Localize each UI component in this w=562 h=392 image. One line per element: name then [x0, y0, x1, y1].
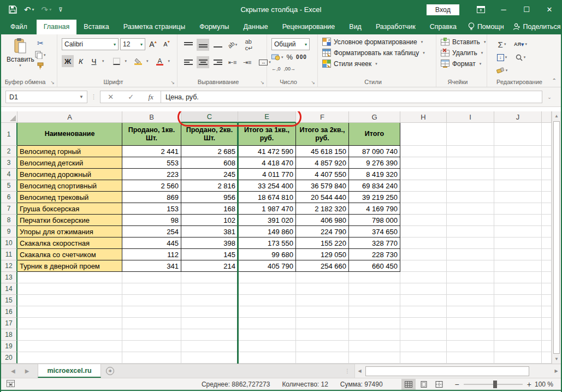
format-button[interactable]: Формат▾ [441, 60, 486, 68]
empty-cell[interactable] [542, 318, 552, 329]
empty-cell[interactable] [349, 295, 400, 306]
empty-cell[interactable] [296, 295, 349, 306]
value-cell[interactable]: 4 418 470 [238, 157, 296, 169]
row-header-15[interactable]: 15 [1, 295, 17, 306]
empty-cell[interactable] [447, 260, 494, 272]
empty-cell[interactable] [238, 295, 296, 306]
zoom-out-icon[interactable]: − [455, 380, 459, 389]
empty-cell[interactable] [447, 169, 494, 180]
empty-cell[interactable] [542, 329, 552, 341]
empty-cell[interactable] [400, 215, 447, 226]
autosum-icon[interactable]: Σ▾ [493, 40, 511, 49]
value-cell[interactable]: 405 790 [238, 260, 296, 272]
decrease-decimal-icon[interactable]: ,00→ [284, 66, 296, 72]
vertical-scrollbar-thumb[interactable] [553, 121, 560, 354]
empty-cell[interactable] [542, 226, 552, 237]
value-cell[interactable]: 8 419 320 [349, 169, 400, 180]
row-header-11[interactable]: 11 [1, 249, 17, 260]
empty-cell[interactable] [542, 237, 552, 249]
empty-cell[interactable] [122, 318, 181, 329]
empty-cell[interactable] [542, 249, 552, 260]
value-cell[interactable]: 9 276 390 [349, 157, 400, 169]
empty-cell[interactable] [494, 318, 542, 329]
maximize-button[interactable]: ☐ [515, 0, 538, 19]
empty-cell[interactable] [494, 157, 542, 169]
empty-cell[interactable] [349, 318, 400, 329]
empty-cell[interactable] [296, 329, 349, 341]
horizontal-scrollbar-thumb[interactable] [365, 366, 529, 376]
empty-cell[interactable] [494, 226, 542, 237]
tab-рецензирование[interactable]: Рецензирование [275, 20, 342, 34]
row-header-19[interactable]: 19 [1, 341, 17, 352]
status-count[interactable]: Количество: 12 [282, 381, 328, 388]
formula-input[interactable]: Цена, руб. [161, 91, 542, 103]
status-sum[interactable]: Сумма: 97490 [340, 381, 383, 388]
empty-cell[interactable] [494, 203, 542, 215]
empty-cell[interactable] [542, 192, 552, 203]
row-header-13[interactable]: 13 [1, 272, 17, 283]
value-cell[interactable]: 173 550 [238, 237, 296, 249]
zoom-slider[interactable] [464, 384, 523, 385]
product-name-cell[interactable]: Перчатки боксерские [17, 215, 122, 226]
value-cell[interactable]: 2 685 [181, 146, 238, 157]
scroll-right-icon[interactable]: ▶ [552, 369, 561, 373]
empty-cell[interactable] [447, 146, 494, 157]
value-cell[interactable]: 69 834 240 [349, 180, 400, 192]
empty-cell[interactable] [17, 329, 122, 341]
delete-cells-button[interactable]: Удалить▾ [441, 49, 486, 57]
borders-icon[interactable] [111, 55, 123, 67]
orientation-icon[interactable]: ab▾ [226, 39, 239, 51]
empty-cell[interactable] [122, 283, 181, 295]
empty-cell[interactable] [400, 123, 447, 146]
empty-cell[interactable] [296, 272, 349, 283]
value-cell[interactable]: 4 857 920 [296, 157, 349, 169]
sheet-tab-microexcel[interactable]: microexcel.ru [38, 364, 100, 378]
empty-cell[interactable] [17, 341, 122, 352]
paste-button[interactable]: Вставить ▾ [7, 38, 34, 68]
empty-cell[interactable] [17, 318, 122, 329]
empty-cell[interactable] [400, 180, 447, 192]
empty-cell[interactable] [122, 329, 181, 341]
value-cell[interactable]: 87 090 740 [349, 146, 400, 157]
expand-formula-bar-icon[interactable]: ⌄ [542, 91, 557, 103]
value-cell[interactable]: 445 [122, 237, 181, 249]
align-top-icon[interactable] [182, 39, 194, 51]
value-cell[interactable]: 224 790 [296, 226, 349, 237]
fill-down-icon[interactable]: ↓▾ [493, 54, 511, 61]
row-header-20[interactable]: 20 [1, 352, 17, 364]
empty-cell[interactable] [447, 203, 494, 215]
product-name-cell[interactable]: Велосипед трековый [17, 192, 122, 203]
value-cell[interactable]: 155 220 [296, 237, 349, 249]
value-cell[interactable]: 99 680 [238, 249, 296, 260]
value-cell[interactable]: 45 618 150 [296, 146, 349, 157]
value-cell[interactable]: 245 [181, 169, 238, 180]
empty-cell[interactable] [17, 306, 122, 318]
column-header-G[interactable]: G [349, 111, 400, 123]
value-cell[interactable]: 381 [181, 226, 238, 237]
value-cell[interactable]: 328 770 [349, 237, 400, 249]
value-cell[interactable]: 553 [122, 157, 181, 169]
value-cell[interactable]: 223 [122, 169, 181, 180]
row-header-14[interactable]: 14 [1, 283, 17, 295]
value-cell[interactable]: 149 860 [238, 226, 296, 237]
product-name-cell[interactable]: Велосипед дорожный [17, 169, 122, 180]
font-dialog-launcher-icon[interactable]: ↘ [170, 80, 175, 85]
signin-button[interactable]: Вход [427, 4, 459, 15]
empty-cell[interactable] [296, 306, 349, 318]
align-left-icon[interactable] [182, 56, 194, 68]
value-cell[interactable]: 168 [181, 203, 238, 215]
empty-cell[interactable] [542, 169, 552, 180]
collapse-ribbon-icon[interactable]: ⌃ [552, 78, 557, 84]
decrease-font-icon[interactable]: A▾ [161, 38, 173, 50]
increase-decimal-icon[interactable]: ←,0 [271, 66, 281, 72]
empty-cell[interactable] [238, 352, 296, 364]
empty-cell[interactable] [181, 295, 238, 306]
table-header-cell[interactable]: Наименование [17, 123, 122, 146]
empty-cell[interactable] [400, 146, 447, 157]
empty-cell[interactable] [400, 329, 447, 341]
product-name-cell[interactable]: Скакалка скоростная [17, 237, 122, 249]
zoom-level[interactable]: 100 % [535, 381, 553, 388]
row-header-8[interactable]: 8 [1, 215, 17, 226]
cut-icon[interactable]: ✂ [35, 39, 46, 47]
align-bottom-icon[interactable] [211, 39, 224, 51]
